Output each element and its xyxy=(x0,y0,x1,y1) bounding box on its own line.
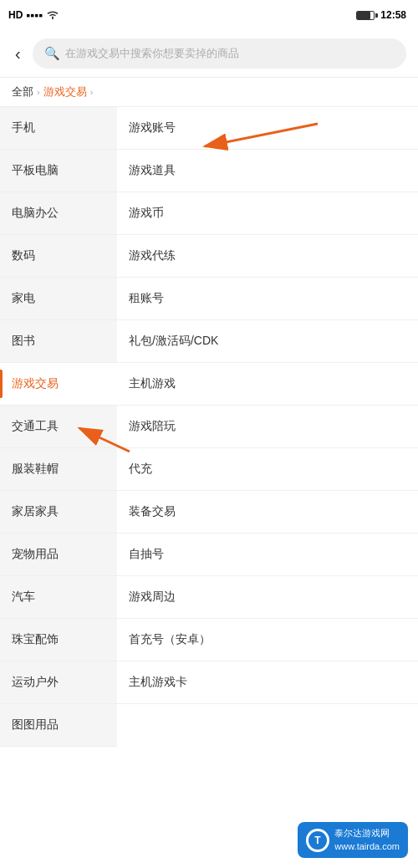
search-placeholder-text: 在游戏交易中搜索你想要卖掉的商品 xyxy=(65,46,239,61)
battery-icon xyxy=(356,11,375,20)
left-item-9[interactable]: 家居家具 xyxy=(0,491,117,534)
left-item-7[interactable]: 交通工具 xyxy=(0,406,117,448)
right-item-2[interactable]: 游戏币 xyxy=(117,192,418,235)
left-item-8[interactable]: 服装鞋帽 xyxy=(0,448,117,491)
left-item-3[interactable]: 数码 xyxy=(0,235,117,278)
search-icon: 🔍 xyxy=(44,46,60,61)
right-item-5[interactable]: 礼包/激活码/CDK xyxy=(117,320,418,363)
breadcrumb-active[interactable]: 游戏交易 xyxy=(43,84,87,100)
left-item-12[interactable]: 珠宝配饰 xyxy=(0,619,117,661)
right-item-3[interactable]: 游戏代练 xyxy=(117,235,418,278)
right-item-6[interactable]: 主机游戏 xyxy=(117,363,418,406)
watermark-text: 泰尔达游戏网 www.tairda.com xyxy=(334,827,400,853)
breadcrumb-separator-1: › xyxy=(37,87,40,97)
left-item-10[interactable]: 宠物用品 xyxy=(0,534,117,576)
right-item-9[interactable]: 装备交易 xyxy=(117,491,418,534)
right-item-4[interactable]: 租账号 xyxy=(117,278,418,320)
time-display: 12:58 xyxy=(380,9,406,21)
right-item-8[interactable]: 代充 xyxy=(117,448,418,491)
breadcrumb: 全部 › 游戏交易 › xyxy=(0,78,418,107)
breadcrumb-all[interactable]: 全部 xyxy=(12,84,33,100)
header: ‹ 🔍 在游戏交易中搜索你想要卖掉的商品 xyxy=(0,30,418,78)
wifi-indicator xyxy=(46,9,59,22)
left-item-6[interactable]: 游戏交易 xyxy=(0,363,117,406)
watermark-logo: T xyxy=(306,829,329,852)
right-item-0[interactable]: 游戏账号 xyxy=(117,107,418,150)
left-item-2[interactable]: 电脑办公 xyxy=(0,192,117,235)
svg-text:T: T xyxy=(315,835,322,846)
status-left: HD ▪▪▪▪ xyxy=(8,8,59,22)
right-item-10[interactable]: 自抽号 xyxy=(117,534,418,576)
left-item-5[interactable]: 图书 xyxy=(0,320,117,363)
status-bar: HD ▪▪▪▪ 12:58 xyxy=(0,0,418,30)
main-content: 手机平板电脑电脑办公数码家电图书游戏交易交通工具服装鞋帽家居家具宠物用品汽车珠宝… xyxy=(0,107,418,747)
signal-bars: ▪▪▪▪ xyxy=(26,8,43,22)
left-item-4[interactable]: 家电 xyxy=(0,278,117,320)
status-right: 12:58 xyxy=(356,9,406,21)
left-item-14[interactable]: 图图用品 xyxy=(0,704,117,747)
right-column: 游戏账号游戏道具游戏币游戏代练租账号礼包/激活码/CDK主机游戏游戏陪玩代充装备… xyxy=(117,107,418,747)
breadcrumb-separator-2: › xyxy=(90,87,94,97)
back-button[interactable]: ‹ xyxy=(12,43,24,65)
watermark: T 泰尔达游戏网 www.tairda.com xyxy=(298,822,408,858)
right-item-12[interactable]: 首充号（安卓） xyxy=(117,619,418,661)
search-bar[interactable]: 🔍 在游戏交易中搜索你想要卖掉的商品 xyxy=(33,38,406,69)
left-item-1[interactable]: 平板电脑 xyxy=(0,150,117,192)
right-item-13[interactable]: 主机游戏卡 xyxy=(117,661,418,704)
left-item-0[interactable]: 手机 xyxy=(0,107,117,150)
right-item-11[interactable]: 游戏周边 xyxy=(117,576,418,619)
hd-indicator: HD xyxy=(8,9,23,21)
left-item-13[interactable]: 运动户外 xyxy=(0,661,117,704)
right-item-7[interactable]: 游戏陪玩 xyxy=(117,406,418,448)
left-column: 手机平板电脑电脑办公数码家电图书游戏交易交通工具服装鞋帽家居家具宠物用品汽车珠宝… xyxy=(0,107,117,747)
left-item-11[interactable]: 汽车 xyxy=(0,576,117,619)
right-item-1[interactable]: 游戏道具 xyxy=(117,150,418,192)
